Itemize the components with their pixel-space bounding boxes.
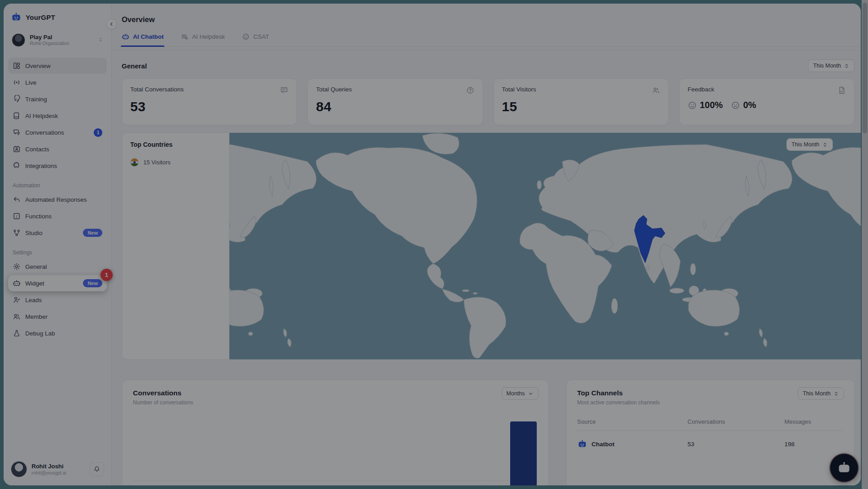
tour-dim-overlay	[0, 0, 868, 489]
